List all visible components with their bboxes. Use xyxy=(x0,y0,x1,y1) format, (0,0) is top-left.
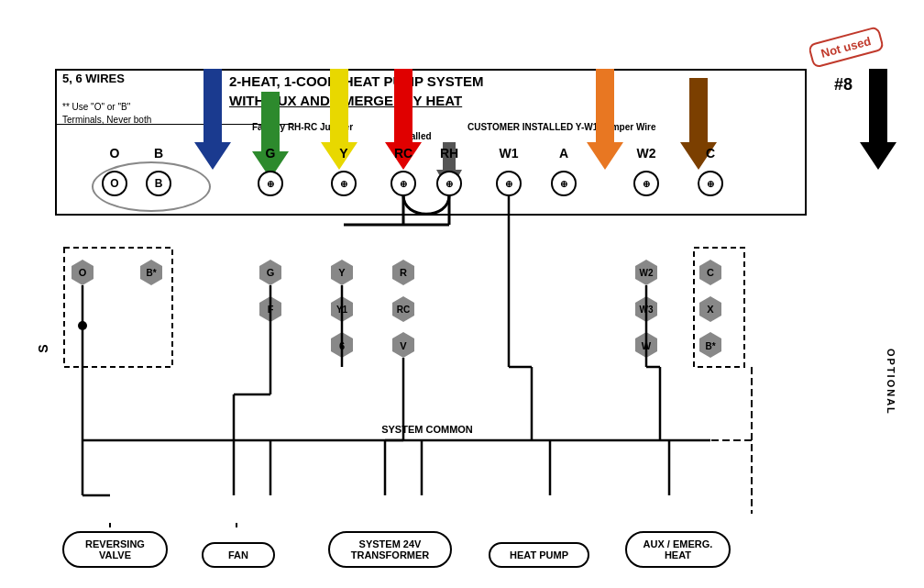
svg-text:R: R xyxy=(400,267,407,278)
optional-label: OPTIONAL xyxy=(886,349,896,416)
hex-O xyxy=(72,260,94,285)
hex-Bstar xyxy=(140,260,162,285)
black-arrow xyxy=(860,69,896,170)
customer-label: CUSTOMER INSTALLED Y-W1 Jumper Wire xyxy=(468,122,656,132)
hex-Bstar2 xyxy=(699,332,721,358)
hex-X xyxy=(699,296,721,322)
svg-text:Y: Y xyxy=(338,267,346,278)
svg-text:W2: W2 xyxy=(640,268,654,278)
svg-text:V: V xyxy=(400,340,407,351)
hex-6 xyxy=(331,332,353,358)
svg-text:F: F xyxy=(268,304,274,315)
diagram-title: 2-HEAT, 1-COOL, HEAT PUMP SYSTEM WITH AU… xyxy=(229,72,484,110)
svg-text:C: C xyxy=(707,267,714,278)
aux-heat-box: AUX / EMERG.HEAT xyxy=(625,531,731,568)
svg-text:W3: W3 xyxy=(640,305,654,315)
hex-C xyxy=(699,260,721,285)
hex-R xyxy=(392,260,414,285)
svg-text:Y1: Y1 xyxy=(336,305,348,315)
reversing-valve-box: REVERSING VALVE xyxy=(62,531,168,568)
wires-label: 5, 6 WIRES xyxy=(62,72,125,85)
factory-label: Factory RH-RC Jumper xyxy=(252,122,353,132)
ob-dashed-box xyxy=(64,248,172,367)
diagram-container: 2-HEAT, 1-COOL, HEAT PUMP SYSTEM WITH AU… xyxy=(0,0,924,588)
svg-text:RC: RC xyxy=(397,305,410,315)
heat-pump-box: HEAT PUMP xyxy=(489,542,589,568)
svg-text:SYSTEM COMMON: SYSTEM COMMON xyxy=(381,424,473,435)
svg-text:S: S xyxy=(36,344,50,352)
transformer-box: SYSTEM 24VTRANSFORMER xyxy=(328,531,452,568)
hex-RC xyxy=(392,296,414,322)
installed-label: Installed xyxy=(394,131,432,141)
use-label: ** Use "O" or "B" Terminals, Never both xyxy=(62,101,151,127)
hex-F xyxy=(259,296,281,322)
not-used-badge: Not used xyxy=(808,26,885,69)
svg-text:X: X xyxy=(707,304,714,315)
svg-text:W: W xyxy=(642,340,652,351)
hex-W xyxy=(635,332,657,358)
fan-box: FAN xyxy=(202,542,275,568)
hex-V xyxy=(392,332,414,358)
diagram-number: #8 xyxy=(834,75,852,94)
svg-text:B*: B* xyxy=(146,268,156,278)
svg-text:G: G xyxy=(267,267,275,278)
ob-circle xyxy=(92,161,211,212)
hex-W3 xyxy=(635,296,657,322)
svg-text:B*: B* xyxy=(705,341,715,351)
hex-Y1 xyxy=(331,296,353,322)
hex-G xyxy=(259,260,281,285)
svg-text:6: 6 xyxy=(339,340,345,351)
hex-Y xyxy=(331,260,353,285)
junction-dot xyxy=(78,321,87,330)
hex-W2 xyxy=(635,260,657,285)
svg-text:O: O xyxy=(79,267,87,278)
c-dashed-box xyxy=(694,248,744,367)
